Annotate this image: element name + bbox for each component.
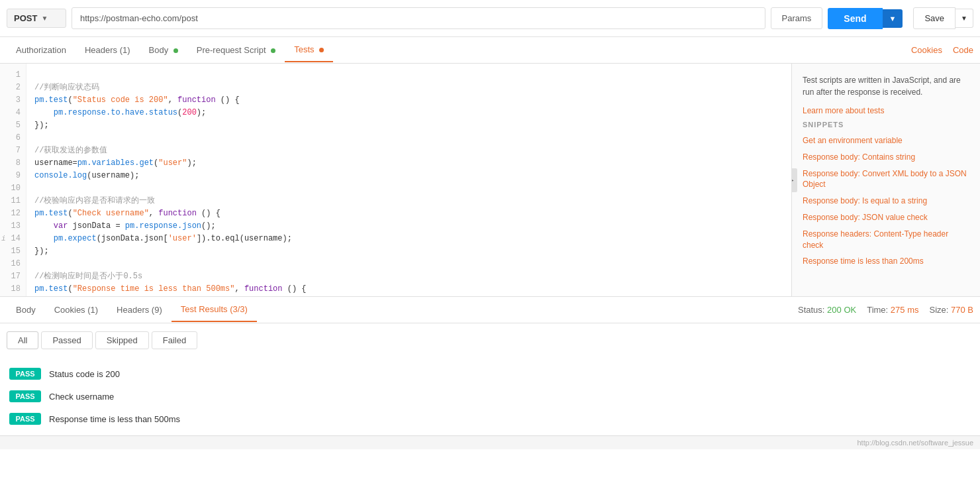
save-group: Save ▼ bbox=[913, 7, 973, 29]
resp-tab-cookies[interactable]: Cookies (1) bbox=[45, 298, 107, 321]
code-line-10 bbox=[34, 182, 783, 195]
filter-all[interactable]: All bbox=[7, 331, 38, 349]
response-meta: Status: 200 OK Time: 275 ms Size: 770 B bbox=[798, 305, 973, 315]
line-3: 3 bbox=[0, 94, 26, 107]
line-7: 7 bbox=[0, 144, 26, 157]
send-dropdown-button[interactable]: ▼ bbox=[883, 9, 903, 28]
sidebar-toggle-icon[interactable]: ▶ bbox=[791, 168, 797, 192]
line-14: 14 bbox=[0, 233, 26, 245]
code-content[interactable]: //判断响应状态码pm.test("Status code is 200", f… bbox=[26, 64, 791, 296]
tests-dot-icon bbox=[319, 48, 324, 52]
test-row-3: PASS Response time is less than 500ms bbox=[7, 408, 973, 430]
line-8: 8 bbox=[0, 157, 26, 170]
line-1: 1 bbox=[0, 69, 26, 82]
sidebar-info-text: Test scripts are written in JavaScript, … bbox=[803, 74, 969, 98]
time-label: Time: 275 ms bbox=[867, 305, 918, 315]
snippet-body-contains[interactable]: Response body: Contains string bbox=[803, 152, 969, 163]
size-value: 770 B bbox=[951, 305, 973, 315]
bottom-bar: http://blog.csdn.net/software_jessue bbox=[0, 435, 980, 449]
tab-body[interactable]: Body bbox=[140, 38, 187, 62]
right-links: Cookies Code bbox=[911, 45, 973, 55]
line-6: 6 bbox=[0, 132, 26, 144]
line-11: 11 bbox=[0, 195, 26, 207]
method-select[interactable]: POST ▼ bbox=[7, 9, 66, 28]
code-editor[interactable]: 1 2 3 4 5 6 7 8 9 10 11 12 13 14 15 16 1… bbox=[0, 64, 791, 296]
time-value: 275 ms bbox=[891, 305, 919, 315]
code-line-12: pm.test("Check username", function () { bbox=[34, 207, 783, 220]
snippet-body-xml[interactable]: Response body: Convert XML body to a JSO… bbox=[803, 168, 969, 191]
test-row-1: PASS Status code is 200 bbox=[7, 362, 973, 385]
code-line-3: pm.test("Status code is 200", function (… bbox=[34, 94, 783, 107]
url-input[interactable] bbox=[72, 7, 765, 29]
sidebar-panel: ▶ Test scripts are written in JavaScript… bbox=[791, 64, 980, 296]
method-chevron-icon: ▼ bbox=[41, 15, 48, 22]
line-16: 16 bbox=[0, 258, 26, 270]
code-line-14: pm.expect(jsonData.json['user']).to.eql(… bbox=[34, 233, 783, 245]
code-line-17: //检测响应时间是否小于0.5s bbox=[34, 270, 783, 283]
tab-tests[interactable]: Tests bbox=[285, 38, 333, 62]
code-line-5: }); bbox=[34, 119, 783, 132]
snippet-response-time[interactable]: Response time is less than 200ms bbox=[803, 256, 969, 267]
filter-passed[interactable]: Passed bbox=[41, 331, 92, 349]
test-name-2: Check username bbox=[49, 392, 114, 402]
code-line-11: //校验响应内容是否和请求的一致 bbox=[34, 195, 783, 207]
line-5: 5 bbox=[0, 119, 26, 132]
test-name-3: Response time is less than 500ms bbox=[49, 414, 180, 424]
code-link[interactable]: Code bbox=[953, 45, 973, 55]
line-10: 10 bbox=[0, 182, 26, 195]
size-label: Size: 770 B bbox=[929, 305, 973, 315]
line-4: 4 bbox=[0, 107, 26, 119]
tab-authorization[interactable]: Authorization bbox=[7, 38, 75, 62]
pass-badge-1: PASS bbox=[9, 368, 41, 380]
code-line-19: pm.expect(pm.response.responseTime).to.b… bbox=[34, 296, 783, 296]
test-name-1: Status code is 200 bbox=[49, 369, 120, 379]
resp-tab-test-results[interactable]: Test Results (3/3) bbox=[172, 298, 257, 322]
line-numbers: 1 2 3 4 5 6 7 8 9 10 11 12 13 14 15 16 1… bbox=[0, 64, 26, 296]
filter-skipped[interactable]: Skipped bbox=[95, 331, 149, 349]
snippet-body-json[interactable]: Response body: JSON value check bbox=[803, 212, 969, 223]
top-bar: POST ▼ Params Send ▼ Save ▼ bbox=[0, 0, 980, 37]
line-19: 19 bbox=[0, 296, 26, 296]
resp-tab-body[interactable]: Body bbox=[7, 298, 45, 321]
filter-bar: All Passed Skipped Failed bbox=[0, 323, 980, 357]
body-dot-icon bbox=[173, 48, 178, 53]
code-line-18: pm.test("Response time is less than 500m… bbox=[34, 283, 783, 296]
code-line-4: pm.response.to.have.status(200); bbox=[34, 107, 783, 119]
bottom-link[interactable]: http://blog.csdn.net/software_jessue bbox=[858, 439, 974, 447]
line-15: 15 bbox=[0, 245, 26, 258]
pass-badge-2: PASS bbox=[9, 390, 41, 402]
snippet-body-equal[interactable]: Response body: Is equal to a string bbox=[803, 195, 969, 207]
line-17: 17 bbox=[0, 270, 26, 283]
snippet-env-var[interactable]: Get an environment variable bbox=[803, 135, 969, 146]
params-button[interactable]: Params bbox=[771, 7, 823, 29]
editor-area: 1 2 3 4 5 6 7 8 9 10 11 12 13 14 15 16 1… bbox=[0, 64, 980, 297]
tab-pre-request[interactable]: Pre-request Script bbox=[187, 38, 285, 62]
code-line-15: }); bbox=[34, 245, 783, 258]
status-value: 200 OK bbox=[827, 305, 856, 315]
cookies-link[interactable]: Cookies bbox=[911, 45, 942, 55]
code-line-1 bbox=[34, 69, 783, 82]
tab-headers[interactable]: Headers (1) bbox=[75, 38, 140, 62]
save-dropdown-button[interactable]: ▼ bbox=[956, 9, 973, 28]
pass-badge-3: PASS bbox=[9, 413, 41, 425]
status-label: Status: 200 OK bbox=[798, 305, 856, 315]
line-12: 12 bbox=[0, 207, 26, 220]
code-line-2: //判断响应状态码 bbox=[34, 82, 783, 94]
send-group: Send ▼ bbox=[828, 8, 903, 29]
request-tabs: Authorization Headers (1) Body Pre-reque… bbox=[0, 37, 980, 64]
response-tabs: Body Cookies (1) Headers (9) Test Result… bbox=[0, 297, 980, 323]
code-line-13: var jsonData = pm.response.json(); bbox=[34, 220, 783, 233]
snippet-headers-content-type[interactable]: Response headers: Content-Type header ch… bbox=[803, 229, 969, 251]
line-9: 9 bbox=[0, 170, 26, 182]
filter-failed[interactable]: Failed bbox=[152, 331, 197, 349]
line-18: 18 bbox=[0, 283, 26, 296]
save-button[interactable]: Save bbox=[913, 7, 956, 29]
line-2: 2 bbox=[0, 82, 26, 94]
sidebar-learn-link[interactable]: Learn more about tests bbox=[803, 106, 884, 115]
method-label: POST bbox=[14, 13, 37, 23]
line-13: 13 bbox=[0, 220, 26, 233]
resp-tab-headers[interactable]: Headers (9) bbox=[107, 298, 172, 321]
snippets-title: SNIPPETS bbox=[803, 121, 969, 129]
code-line-16 bbox=[34, 258, 783, 270]
send-button[interactable]: Send bbox=[828, 8, 882, 29]
